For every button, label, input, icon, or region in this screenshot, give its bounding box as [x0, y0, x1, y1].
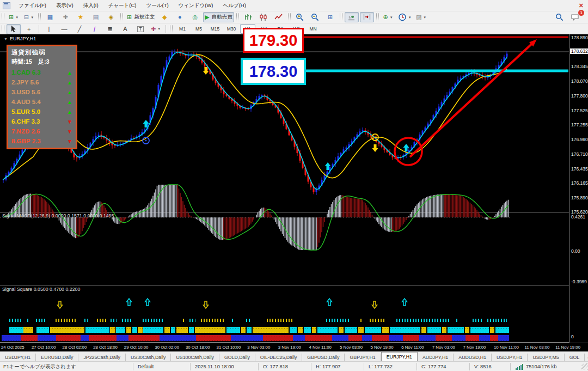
time-axis-label: 10 Nov 11:00: [494, 345, 519, 350]
tab-gbpusd-daily[interactable]: GBPUSD,Daily: [302, 354, 345, 362]
resize-grip[interactable]: [581, 363, 588, 370]
strength-row: 1.CAD 6.3▲: [11, 69, 72, 76]
community-icon[interactable]: ●: [173, 12, 187, 22]
news-icon[interactable]: ◆: [157, 12, 171, 22]
current-price-tag: 178.632: [570, 48, 588, 54]
tab-us100cash-daily[interactable]: US100Cash,Daily: [171, 354, 219, 362]
shapes-icon[interactable]: ✚▼: [149, 24, 163, 34]
trend-arrow[interactable]: [410, 43, 533, 157]
search-icon[interactable]: [553, 12, 567, 22]
strength-row: 8.GBP 2.3▼: [11, 138, 72, 144]
horizontal-line-icon[interactable]: —: [57, 24, 71, 34]
zoom-out-icon[interactable]: [308, 12, 322, 22]
strength-row-value: 5.0: [30, 108, 40, 115]
crosshair-icon[interactable]: ＋: [22, 24, 36, 34]
dropdown-caret-icon: ▼: [157, 27, 161, 31]
tab-gbpjpy-h1[interactable]: GBPJPY,H1: [345, 354, 381, 362]
strength-row-label: 8.GBP: [11, 138, 30, 144]
tab-audusd-h1[interactable]: AUDUSD,H1: [454, 354, 492, 362]
strength-row-label: 4.AUD: [11, 99, 30, 105]
cursor-icon[interactable]: [7, 24, 21, 34]
connection-bars-icon: [515, 363, 524, 370]
menu-item-insert[interactable]: 挿入(I): [78, 0, 103, 11]
menu-item-tools[interactable]: ツール(T): [142, 0, 174, 11]
line-chart-icon[interactable]: [272, 12, 286, 22]
down-triangle-icon: ▼: [67, 138, 72, 144]
tab-scroll-left-icon[interactable]: ◂: [585, 354, 588, 362]
horizontal-line-glyph: —: [62, 26, 68, 32]
text-icon[interactable]: A: [118, 24, 132, 34]
menu-items: ファイル(F)表示(V)挿入(I)チャート(C)ツール(T)ウィンドウ(W)ヘル…: [14, 0, 251, 11]
candlestick-chart-icon[interactable]: [256, 12, 271, 22]
close-window-icon[interactable]: ✕: [579, 1, 584, 10]
menu-item-file[interactable]: ファイル(F): [14, 0, 51, 11]
bar-chart-icon[interactable]: [241, 12, 255, 22]
timeframe-m5[interactable]: M5: [191, 24, 206, 34]
vertical-line-icon[interactable]: |: [42, 24, 56, 34]
new-order-label: 新規注文: [134, 14, 155, 21]
tab-gol[interactable]: GOL: [565, 354, 585, 362]
menu-item-window[interactable]: ウィンドウ(W): [174, 0, 218, 11]
resistance-price-annotation[interactable]: 179.30: [243, 28, 304, 53]
timeframe-m30[interactable]: M30: [224, 24, 239, 34]
time-axis-label: 31 Oct 10:00: [217, 345, 241, 350]
status-close: C: 177.774: [416, 363, 469, 370]
trend-line-icon[interactable]: ╱: [72, 24, 87, 34]
channel-icon[interactable]: ≣: [103, 24, 117, 34]
price-axis-label: 176.710: [571, 151, 588, 157]
timeframe-m1[interactable]: M1: [175, 24, 190, 34]
tab-eurusd-daily[interactable]: EURUSD,Daily: [36, 354, 78, 362]
support-price-annotation[interactable]: 178.30: [241, 58, 306, 85]
price-axis-label: 176.435: [571, 166, 588, 172]
price-axis-label: 176.165: [571, 180, 588, 186]
market-watch-icon[interactable]: ▦: [43, 12, 57, 22]
timeframe-m15[interactable]: M15: [207, 24, 223, 34]
strength-row: 7.NZD 2.6▼: [11, 128, 72, 135]
navigator-icon[interactable]: ◈: [104, 12, 118, 22]
tab-usdjpy-h1[interactable]: USDJPY,H1: [0, 354, 36, 362]
tab-eurjpy-h1[interactable]: EURJPY,H1: [381, 352, 418, 362]
chart-shift-icon[interactable]: [360, 12, 374, 22]
dropdown-triangle-icon: ▼: [4, 37, 8, 41]
price-axis[interactable]: 178.890178.632178.345178.070177.800177.5…: [569, 34, 588, 343]
fibonacci-icon[interactable]: ƒ: [88, 24, 102, 34]
tab-usdjpy-h1[interactable]: USDJPY,H1: [492, 354, 528, 362]
data-window-icon[interactable]: ▤: [89, 12, 103, 22]
up-triangle-icon: ▲: [67, 89, 72, 95]
zoom-in-icon[interactable]: [293, 12, 307, 22]
tab-us30cash-daily[interactable]: US30Cash,Daily: [126, 354, 171, 362]
tab-jp225cash-daily[interactable]: JP225Cash,Daily: [78, 354, 125, 362]
strength-row-value: 3.3: [29, 118, 40, 125]
time-axis[interactable]: 24 Oct 202527 Oct 10:0028 Oct 02:0028 Oc…: [0, 343, 588, 352]
auto-trading-button[interactable]: ▶自動売買: [203, 12, 234, 22]
auto-scroll-icon[interactable]: [345, 12, 359, 22]
menu-item-chart[interactable]: チャート(C): [103, 0, 142, 11]
new-order-button[interactable]: ⊞新規注文: [125, 12, 156, 22]
period-icon[interactable]: ▼: [396, 12, 413, 22]
templates-glyph: ▨: [416, 14, 421, 20]
notification-badge: 1: [578, 10, 584, 16]
profiles-icon[interactable]: ⊟▼: [22, 12, 36, 22]
favorites-icon[interactable]: ★: [74, 12, 88, 22]
tab-usdjpy-m5[interactable]: USDJPY,M5: [528, 354, 564, 362]
menu-item-view[interactable]: 表示(V): [51, 0, 78, 11]
tab-gold-daily[interactable]: GOLD,Daily: [219, 354, 255, 362]
quotes-icon[interactable]: ✚: [58, 12, 72, 22]
tab-oil-dec25-daily[interactable]: OIL-DEC25,Daily: [255, 354, 302, 362]
timeframe-mn[interactable]: MN: [305, 24, 321, 34]
square-down-arrow-icon: [204, 301, 209, 308]
shapes-glyph: ✚: [151, 26, 156, 32]
indicators-icon[interactable]: ⊕▼: [381, 12, 395, 22]
dropdown-caret-icon: ▼: [423, 16, 426, 19]
notifications-icon[interactable]: 1: [568, 12, 582, 22]
signal-icon[interactable]: ◎: [188, 12, 202, 22]
tile-windows-icon[interactable]: ⊞: [323, 12, 338, 22]
price-axis-label: 177.525: [571, 108, 588, 113]
templates-icon[interactable]: ▨▼: [414, 12, 428, 22]
menu-item-help[interactable]: ヘルプ(H): [218, 0, 251, 11]
new-chart-icon[interactable]: ⊞▼: [7, 12, 21, 22]
price-axis-label: 178.890: [571, 35, 588, 40]
trend-line-glyph: ╱: [78, 26, 82, 32]
text-label-icon[interactable]: T: [133, 24, 148, 34]
tab-audjpy-h1[interactable]: AUDJPY,H1: [418, 354, 454, 362]
